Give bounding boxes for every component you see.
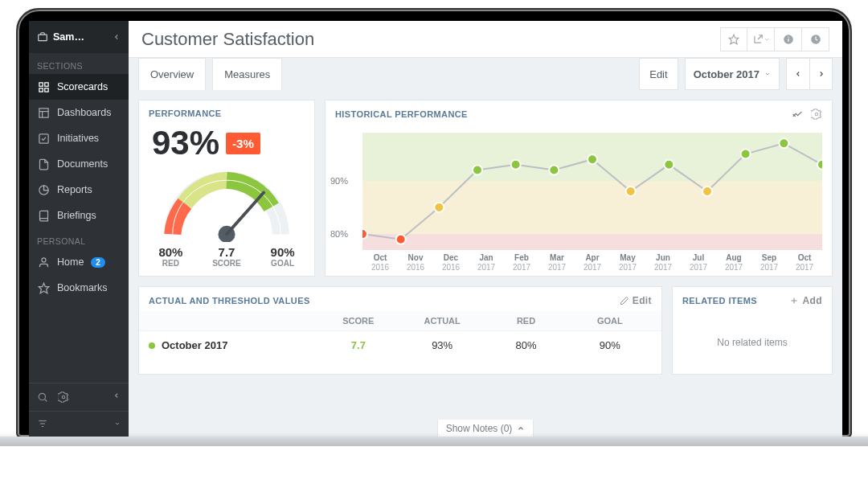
export-button[interactable]: [747, 27, 775, 51]
chevron-down-icon: [114, 420, 121, 427]
main-area: Customer Satisfaction Overview Measures …: [129, 21, 842, 437]
file-icon: [37, 158, 50, 170]
svg-marker-17: [729, 35, 739, 44]
sidebar-item-label: Bookmarks: [57, 282, 108, 293]
chart-point[interactable]: [549, 165, 559, 174]
chart-point[interactable]: [396, 235, 406, 244]
show-notes-button[interactable]: Show Notes (0): [437, 420, 534, 437]
history-button[interactable]: [802, 27, 829, 51]
svg-line-12: [45, 400, 47, 402]
svg-point-24: [815, 113, 818, 116]
status-dot: [149, 342, 155, 349]
values-table-panel: ACTUAL AND THRESHOLD VALUES Edit SCORE A…: [138, 286, 662, 375]
x-tick: Feb2017: [504, 253, 539, 276]
chart-point[interactable]: [588, 154, 597, 164]
col-actual: ACTUAL: [400, 316, 484, 326]
chart-point[interactable]: [362, 229, 367, 239]
x-tick: Nov2016: [398, 253, 433, 276]
table-edit-button[interactable]: Edit: [620, 295, 652, 306]
related-panel: RELATED ITEMS Add No related items: [672, 286, 833, 375]
sidebar-item-reports[interactable]: Reports: [29, 177, 129, 203]
sidebar-personal-header: PERSONAL: [29, 228, 129, 249]
goal-value: 90%: [271, 245, 295, 259]
chart-point[interactable]: [626, 187, 636, 196]
tab-measures[interactable]: Measures: [212, 58, 282, 90]
badge: 2: [91, 257, 105, 268]
chart-point[interactable]: [817, 160, 822, 170]
chart-type-icon[interactable]: [792, 109, 803, 120]
period-select[interactable]: October 2017: [685, 58, 780, 90]
piechart-icon: [37, 183, 50, 196]
sidebar-item-label: Scorecards: [57, 81, 108, 92]
performance-panel: PERFORMANCE 93% -3%: [138, 100, 315, 277]
chart-point[interactable]: [702, 187, 712, 196]
chevron-up-icon: [517, 424, 525, 433]
chart-point[interactable]: [434, 203, 444, 212]
col-red: RED: [484, 316, 567, 326]
search-icon[interactable]: [37, 392, 48, 403]
score-label: SCORE: [212, 259, 241, 268]
sidebar-item-documents[interactable]: Documents: [29, 151, 129, 177]
chart-point[interactable]: [741, 150, 751, 159]
historical-panel: HISTORICAL PERFORMANCE 80%90% Oct2016Nov…: [325, 100, 833, 277]
edit-button[interactable]: Edit: [639, 58, 678, 90]
sidebar-item-bookmarks[interactable]: Bookmarks: [29, 275, 129, 301]
check-icon: [37, 132, 50, 145]
table-row: October 2017 7.7 93% 80% 90%: [139, 331, 661, 359]
user-icon: [37, 256, 50, 269]
chevron-left-icon: [113, 33, 121, 41]
titlebar: Customer Satisfaction: [129, 21, 842, 58]
title-actions: [720, 27, 829, 51]
gear-icon[interactable]: [811, 109, 822, 120]
filter-icon: [37, 418, 48, 429]
goal-label: GOAL: [271, 259, 295, 268]
pencil-icon: [620, 296, 629, 305]
svg-rect-8: [39, 133, 47, 142]
prev-period-button[interactable]: [787, 59, 809, 89]
chart-box: 80%90% Oct2016Nov2016Dec2016Jan2017Feb20…: [326, 125, 832, 276]
app-screen: Sam… SECTIONS ScorecardsDashboardsInitia…: [29, 21, 842, 437]
svg-rect-19: [788, 38, 788, 41]
x-tick: Mar2017: [539, 253, 575, 276]
x-tick: Jun2017: [645, 253, 681, 276]
chart-point[interactable]: [664, 160, 674, 170]
performance-value: 93%: [152, 126, 219, 160]
score-value: 7.7: [212, 245, 241, 259]
tab-overview[interactable]: Overview: [138, 58, 206, 90]
sidebar-item-scorecards[interactable]: Scorecards: [29, 74, 129, 100]
sidebar-item-label: Documents: [57, 158, 108, 170]
chart-point[interactable]: [473, 165, 482, 174]
svg-marker-10: [39, 283, 49, 293]
svg-rect-4: [44, 88, 47, 91]
svg-point-11: [39, 393, 45, 400]
svg-rect-3: [39, 88, 42, 91]
chart-point[interactable]: [511, 160, 521, 170]
related-add-button[interactable]: Add: [789, 295, 822, 306]
chart-point[interactable]: [779, 138, 788, 148]
sidebar-item-briefings[interactable]: Briefings: [29, 203, 129, 228]
historical-header: HISTORICAL PERFORMANCE: [335, 109, 468, 119]
x-tick: May2017: [610, 253, 645, 276]
info-button[interactable]: [775, 27, 802, 51]
sidebar-item-home[interactable]: Home2: [29, 249, 129, 275]
red-label: RED: [158, 259, 182, 268]
svg-point-13: [62, 396, 65, 399]
next-period-button[interactable]: [809, 59, 832, 89]
sidebar-item-dashboards[interactable]: Dashboards: [29, 100, 129, 125]
grid-icon: [37, 80, 50, 93]
collapse-icon[interactable]: [113, 392, 121, 403]
sidebar-item-label: Briefings: [57, 210, 96, 221]
tab-row: Overview Measures Edit October 2017: [129, 58, 842, 90]
layout-icon: [37, 106, 50, 119]
star-button[interactable]: [720, 27, 747, 51]
svg-rect-2: [44, 82, 47, 85]
sidebar-item-initiatives[interactable]: Initiatives: [29, 125, 129, 151]
x-tick: Aug2017: [716, 253, 751, 276]
x-tick: Dec2016: [433, 253, 469, 276]
row-red: 80%: [484, 339, 567, 351]
sidebar-filter-row[interactable]: [29, 411, 129, 437]
gear-icon[interactable]: [58, 392, 69, 403]
related-header: RELATED ITEMS: [682, 296, 757, 305]
org-switcher[interactable]: Sam…: [29, 21, 129, 53]
sidebar-item-label: Home: [57, 256, 84, 268]
